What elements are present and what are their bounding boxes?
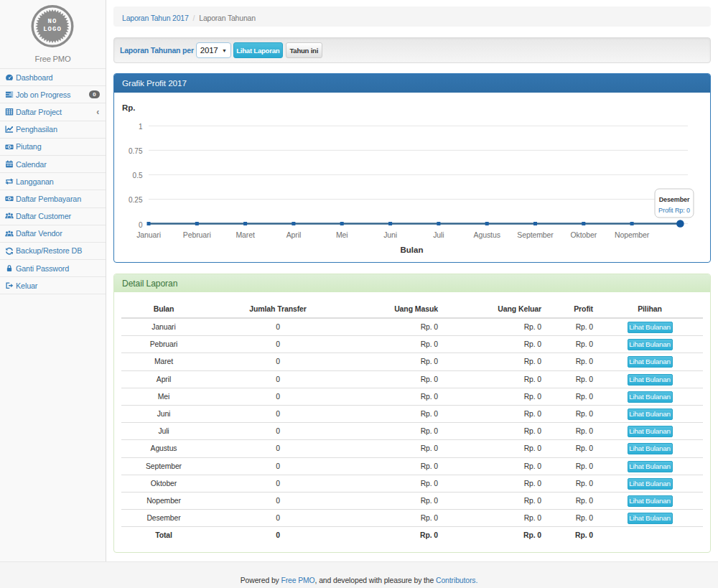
svg-text:0.25: 0.25	[129, 196, 143, 204]
svg-text:LOGO: LOGO	[43, 26, 62, 33]
svg-text:Juni: Juni	[383, 230, 397, 239]
svg-text:Mei: Mei	[336, 230, 348, 239]
svg-text:Rp.: Rp.	[122, 103, 136, 112]
svg-text:0.75: 0.75	[129, 147, 143, 155]
svg-text:0: 0	[139, 221, 143, 229]
svg-text:Oktober: Oktober	[570, 230, 597, 239]
svg-text:Nopember: Nopember	[615, 230, 650, 239]
svg-text:NO: NO	[48, 18, 57, 25]
svg-text:0.5: 0.5	[133, 172, 143, 179]
svg-text:Desember: Desember	[659, 196, 690, 203]
svg-text:Profit Rp: 0: Profit Rp: 0	[658, 207, 690, 214]
svg-text:Maret: Maret	[236, 230, 255, 239]
svg-text:Pebruari: Pebruari	[183, 230, 211, 239]
svg-text:Januari: Januari	[136, 230, 161, 239]
svg-text:Juli: Juli	[433, 230, 444, 239]
svg-text:September: September	[517, 230, 554, 239]
svg-text:April: April	[286, 230, 302, 239]
svg-text:1: 1	[139, 123, 143, 131]
svg-text:Bulan: Bulan	[401, 246, 424, 254]
svg-text:Agustus: Agustus	[474, 230, 500, 239]
